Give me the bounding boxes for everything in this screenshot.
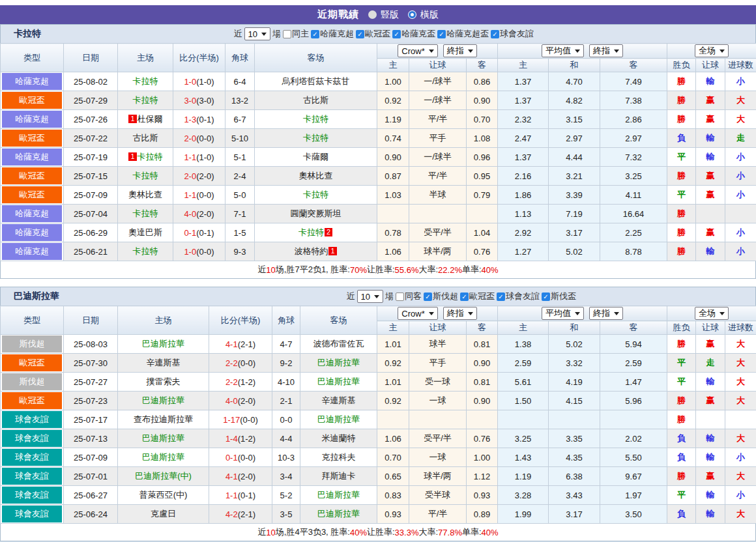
same-venue-label: 同客	[405, 291, 422, 302]
away-team-name[interactable]: 卡拉特	[303, 133, 328, 143]
radio-vertical-icon[interactable]	[368, 10, 377, 19]
away-team-name[interactable]: 克拉科夫	[322, 452, 356, 462]
home-team-name[interactable]: 巴迪斯拉華	[142, 433, 184, 443]
home-team-name[interactable]: 卡拉特	[133, 246, 158, 256]
fulltime-score: 2-0	[184, 171, 196, 181]
away-team-name[interactable]: 圓蘭突厥斯坦	[291, 208, 342, 218]
league-checkbox[interactable]: ✓	[497, 292, 505, 301]
home-team-name[interactable]: 巴迪斯拉華	[142, 339, 184, 349]
asia-home-odds: 1.19	[377, 110, 409, 129]
away-team-name[interactable]: 巴迪斯拉華	[317, 377, 360, 386]
home-team-name[interactable]: 奧林比查	[128, 190, 162, 199]
home-team-name[interactable]: 巴迪斯拉華(中)	[135, 471, 192, 481]
league-checkbox[interactable]: ✓	[392, 30, 401, 38]
away-team-name[interactable]: 米迪蘭特	[322, 433, 356, 443]
match-score: 4-2(2-1)	[209, 505, 272, 524]
same-venue-checkbox[interactable]	[396, 292, 404, 301]
home-team-name[interactable]: 撲雷索夫	[147, 377, 181, 386]
away-team-name[interactable]: 巴迪斯拉華	[317, 358, 360, 367]
home-team-name[interactable]: 卡拉特	[133, 95, 158, 105]
league-filter[interactable]: ✓球會友誼	[497, 291, 540, 302]
layout-radio-vertical[interactable]: 豎版	[368, 9, 399, 21]
asia-away-odds	[467, 205, 498, 223]
away-team-cell: 圓蘭突厥斯坦	[255, 205, 377, 223]
league-checkbox[interactable]: ✓	[311, 30, 319, 38]
final-odds-select[interactable]: 終指	[443, 307, 477, 320]
home-team-name[interactable]: 卡拉特	[133, 208, 158, 218]
away-team-name[interactable]: 烏利塔哲茲卡茲甘	[282, 76, 350, 86]
home-team-name[interactable]: 卡拉特	[133, 171, 158, 180]
away-team-name[interactable]: 奧林比查	[299, 171, 333, 180]
avg-odds-select[interactable]: 平均值	[542, 307, 584, 320]
odds-source-select[interactable]: Crow*	[398, 44, 437, 57]
league-filter[interactable]: ✓哈薩克超盃	[437, 28, 489, 40]
result-text: 負	[677, 433, 686, 443]
final-odds-select[interactable]: 終指	[589, 307, 623, 320]
full-match-select[interactable]: 全场	[695, 307, 729, 320]
result-winloss: 勝	[667, 410, 696, 429]
same-venue-filter[interactable]: 同主	[283, 28, 309, 40]
same-venue-checkbox[interactable]	[283, 30, 291, 38]
league-filter[interactable]: ✓歐冠盃	[356, 28, 390, 40]
home-team-name[interactable]: 辛連斯基	[147, 358, 181, 367]
league-checkbox-label: 歐冠盃	[365, 28, 390, 40]
radio-horizontal-icon[interactable]	[408, 10, 416, 19]
result-header: 全场	[667, 44, 756, 59]
away-team-name[interactable]: 巴迪斯拉華	[317, 490, 360, 500]
home-team-name[interactable]: 查布拉迪斯拉華	[134, 414, 193, 424]
recent-games-select[interactable]: 10	[357, 290, 383, 303]
avg-away-odds: 2.97	[600, 129, 667, 148]
away-team-name[interactable]: 辛連斯基	[322, 395, 356, 405]
full-match-select[interactable]: 全场	[695, 44, 729, 57]
league-badge: 斯伐超	[2, 373, 62, 390]
home-team-name[interactable]: 奧達巴斯	[128, 227, 162, 237]
league-filter[interactable]: ✓哈薩克超	[311, 28, 354, 40]
league-filter[interactable]: ✓斯伐超	[424, 291, 458, 302]
home-team-name[interactable]: 巴迪斯拉華	[142, 452, 184, 462]
league-badge: 歐冠盃	[2, 130, 62, 147]
avg-odds-select[interactable]: 平均值	[542, 44, 584, 57]
league-filter[interactable]: ✓球會友誼	[491, 28, 534, 40]
home-team-name[interactable]: 普萊西亞(中)	[139, 490, 188, 500]
league-filter[interactable]: ✓哈薩克盃	[392, 28, 435, 40]
result-text: 勝	[677, 95, 686, 105]
league-filter[interactable]: ✓歐冠盃	[460, 291, 495, 302]
away-team-cell: 拜斯迪卡	[300, 467, 377, 486]
away-team-name[interactable]: 卡拉特	[303, 114, 328, 124]
away-team-name[interactable]: 卡拉特	[298, 227, 324, 237]
league-badge: 球會友誼	[2, 449, 62, 466]
result-winloss: 勝	[667, 72, 696, 91]
league-checkbox[interactable]: ✓	[424, 292, 432, 301]
league-checkbox[interactable]: ✓	[460, 292, 469, 301]
games-label: 場	[272, 28, 281, 40]
home-team-name[interactable]: 古比斯	[133, 133, 158, 143]
league-checkbox[interactable]: ✓	[542, 292, 550, 301]
league-checkbox[interactable]: ✓	[437, 30, 446, 38]
final-odds-select[interactable]: 終指	[443, 44, 477, 57]
away-team-name[interactable]: 拜斯迪卡	[322, 471, 356, 481]
home-team-name[interactable]: 克盧日	[151, 509, 176, 519]
fulltime-score: 2-2	[225, 358, 238, 368]
recent-games-select[interactable]: 10	[244, 27, 270, 40]
league-filter[interactable]: ✓斯伐盃	[542, 291, 576, 302]
away-team-name[interactable]: 卡拉特	[303, 190, 328, 199]
home-team-name[interactable]: 巴迪斯拉華	[142, 395, 184, 405]
result-handicap: 輸	[696, 373, 725, 392]
away-team-name[interactable]: 巴迪斯拉華	[317, 509, 360, 519]
home-team-name[interactable]: 卡拉特	[138, 152, 163, 162]
home-team-name[interactable]: 杜保爾	[138, 114, 163, 124]
result-handicap: 輸	[696, 129, 725, 148]
away-team-name[interactable]: 波格特約	[294, 246, 328, 256]
away-team-name[interactable]: 波德布雷佐瓦	[313, 339, 364, 349]
layout-radio-horizontal[interactable]: 橫版	[408, 9, 439, 21]
away-team-name[interactable]: 古比斯	[303, 95, 328, 105]
home-team-name[interactable]: 卡拉特	[133, 76, 158, 86]
away-team-name[interactable]: 巴迪斯拉華	[317, 414, 360, 424]
away-team-name[interactable]: 卡薩爾	[303, 152, 328, 162]
league-checkbox[interactable]: ✓	[491, 30, 499, 38]
result-text: 小	[736, 452, 745, 462]
same-venue-filter[interactable]: 同客	[396, 291, 422, 302]
odds-source-select[interactable]: Crow*	[398, 307, 437, 320]
final-odds-select[interactable]: 終指	[589, 44, 623, 57]
league-checkbox[interactable]: ✓	[356, 30, 364, 38]
